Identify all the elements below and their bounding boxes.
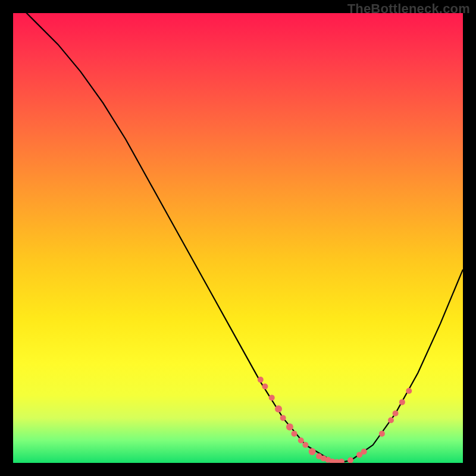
- data-marker: [286, 424, 293, 431]
- data-marker: [309, 448, 316, 455]
- data-marker: [298, 437, 304, 443]
- data-marker: [280, 415, 286, 421]
- data-marker: [393, 411, 399, 416]
- data-marker: [269, 394, 275, 400]
- data-marker: [347, 458, 353, 464]
- data-marker: [258, 377, 264, 383]
- data-marker: [275, 405, 282, 412]
- chart-svg: [13, 13, 463, 463]
- data-marker: [262, 384, 268, 390]
- watermark-text: TheBottleneck.com: [347, 1, 470, 17]
- data-marker: [302, 442, 308, 448]
- data-marker: [379, 431, 385, 437]
- data-marker: [399, 399, 405, 405]
- data-marker: [339, 459, 345, 463]
- data-marker: [361, 449, 367, 455]
- data-marker: [388, 417, 394, 423]
- data-marker: [406, 388, 412, 394]
- data-marker: [292, 431, 298, 437]
- bottleneck-curve-line: [13, 13, 463, 463]
- data-markers-group: [258, 377, 412, 463]
